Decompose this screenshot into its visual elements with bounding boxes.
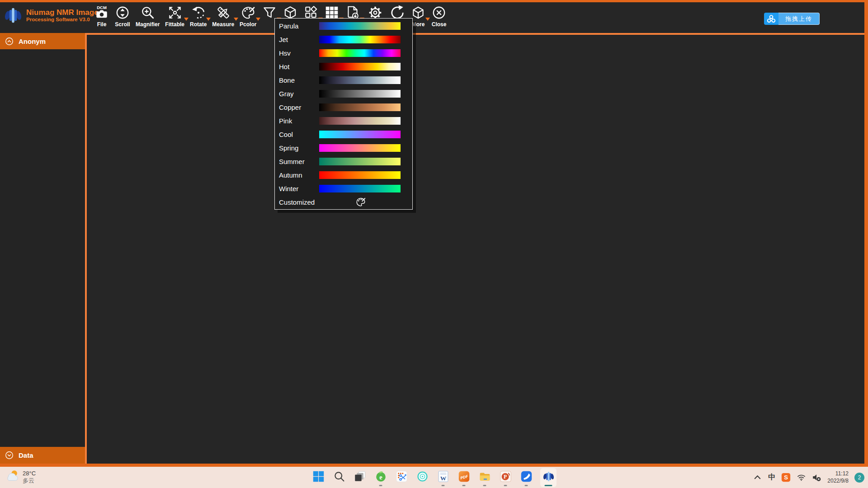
ime-zh-icon[interactable]: 中: [768, 473, 775, 482]
pdf-icon: PDF: [458, 470, 470, 484]
toolbar-button-pcolor[interactable]: Pcolor: [237, 5, 259, 33]
running-indicator: [379, 485, 382, 486]
fit-expand-icon: [167, 5, 183, 20]
colormap-item-autumn[interactable]: Autumn: [275, 168, 412, 182]
teal-ring-icon: [416, 470, 429, 484]
toolbar-button-label: Scroll: [115, 21, 130, 28]
colormap-gradient-bar: [319, 49, 401, 57]
taskbar-app-icons: eWPDFP: [311, 467, 557, 488]
colormap-item-winter[interactable]: Winter: [275, 182, 412, 195]
taskbar-app-niumag[interactable]: [540, 468, 557, 487]
weather-condition: 多云: [23, 477, 36, 484]
task-view-icon: [354, 470, 366, 484]
sogou-icon[interactable]: S: [781, 473, 791, 482]
green-browser-icon: e: [375, 470, 387, 484]
toolbar-button-label: Pcolor: [240, 21, 256, 28]
taskbar-app-word[interactable]: W: [436, 468, 450, 487]
taskbar-app-pdf-reader[interactable]: PDF: [457, 468, 471, 487]
wifi-icon[interactable]: [797, 473, 806, 482]
colormap-item-bone[interactable]: Bone: [275, 73, 412, 87]
running-indicator: [504, 485, 507, 486]
taskbar-app-browser[interactable]: e: [374, 468, 387, 487]
colormap-name: Spring: [275, 144, 298, 152]
search-icon: [333, 470, 345, 484]
colormap-item-hsv[interactable]: Hsv: [275, 46, 412, 60]
toolbar-button-close[interactable]: Close: [429, 5, 449, 33]
palette-icon: [241, 5, 256, 20]
colormap-gradient-bar: [319, 144, 401, 152]
colormap-gradient-bar: [319, 63, 401, 70]
brand-text: Niumag NMR Image Processing Software V3.…: [26, 9, 99, 23]
weather-temperature: 28°C: [23, 470, 36, 477]
colormap-item-copper[interactable]: Copper: [275, 100, 412, 114]
colormap-item-hot[interactable]: Hot: [275, 60, 412, 73]
chevron-up-circle-icon: [5, 37, 14, 46]
toolbar-button-rotate[interactable]: Rotate: [187, 5, 209, 33]
toolbar-button-label: More: [412, 21, 425, 28]
dcm-camera-icon: DCM: [94, 5, 109, 20]
colormap-item-parula[interactable]: Parula: [275, 19, 412, 33]
running-indicator: [462, 485, 466, 486]
toolbar: Niumag NMR Image Processing Software V3.…: [0, 2, 864, 33]
volume-muted-icon[interactable]: [812, 473, 821, 482]
svg-text:S: S: [784, 474, 788, 481]
taskbar-app-screenshot-tool[interactable]: [395, 468, 408, 487]
toolbar-button-magnifier[interactable]: Magnifier: [133, 5, 162, 33]
taskbar-app-file-explorer[interactable]: [478, 468, 491, 487]
sidebar-panel-data[interactable]: Data: [0, 447, 85, 464]
toolbar-button-scroll[interactable]: Scroll: [112, 5, 133, 33]
colormap-name: Bone: [275, 76, 295, 84]
toolbar-button-label: Measure: [212, 21, 234, 28]
anonym-panel-label: Anonym: [19, 38, 46, 45]
colormap-item-customized[interactable]: Customized: [275, 195, 412, 209]
colormap-item-spring[interactable]: Spring: [275, 141, 412, 155]
data-panel-label: Data: [19, 451, 33, 459]
colormap-name: Summer: [275, 158, 305, 165]
chevron-down-circle-icon: [5, 450, 14, 460]
taskbar-clock[interactable]: 11:12 2022/9/8: [827, 470, 849, 484]
colormap-item-jet[interactable]: Jet: [275, 33, 412, 46]
weather-text: 28°C 多云: [23, 470, 36, 485]
scroll-icon: [115, 5, 130, 20]
colormap-item-gray[interactable]: Gray: [275, 87, 412, 100]
taskbar-app-start[interactable]: [311, 468, 325, 487]
snip-icon: [396, 470, 408, 484]
chevron-up-icon[interactable]: [753, 473, 762, 482]
taskbar-app-netdisk-app[interactable]: [519, 468, 533, 487]
palette-icon[interactable]: [355, 197, 366, 207]
colormap-item-pink[interactable]: Pink: [275, 114, 412, 127]
toolbar-button-fittable[interactable]: Fittable: [162, 5, 187, 33]
taskbar-app-meeting-app[interactable]: [415, 468, 429, 487]
colormap-name: Hsv: [275, 49, 291, 57]
taskbar-app-powerpoint[interactable]: P: [499, 468, 512, 487]
folder-icon: [479, 470, 491, 484]
powerpoint-icon: P: [500, 470, 512, 484]
taskbar-weather-widget[interactable]: 28°C 多云: [5, 469, 36, 486]
netdisk-icon: [764, 13, 778, 25]
clock-time: 11:12: [827, 470, 849, 478]
partly-cloudy-icon: [5, 469, 20, 486]
main-canvas[interactable]: [87, 33, 864, 464]
sidebar: Anonym Data: [0, 33, 85, 464]
taskbar-app-task-view[interactable]: [353, 468, 367, 487]
colormap-dropdown-menu: ParulaJetHsvHotBoneGrayCopperPinkCoolSpr…: [274, 18, 413, 210]
taskbar-app-search[interactable]: [332, 468, 346, 487]
app-subtitle: Processing Software V3.0: [26, 17, 99, 22]
colormap-name: Parula: [275, 22, 298, 30]
app-title: Niumag NMR Image: [26, 9, 99, 17]
colormap-item-summer[interactable]: Summer: [275, 155, 412, 168]
svg-text:P: P: [504, 474, 507, 480]
svg-text:DCM: DCM: [97, 5, 107, 10]
taskbar: 28°C 多云 eWPDFP 中 S 11:12 2022/9/8 2: [0, 467, 868, 488]
sidebar-panel-anonym[interactable]: Anonym: [0, 33, 85, 49]
notification-badge[interactable]: 2: [854, 473, 864, 483]
colormap-item-cool[interactable]: Cool: [275, 127, 412, 141]
drag-upload-button[interactable]: 拖拽上传: [764, 13, 820, 25]
colormap-name: Pink: [275, 117, 292, 125]
colormap-gradient-bar: [319, 22, 401, 30]
toolbar-button-file[interactable]: DCMFile: [91, 5, 112, 33]
toolbar-button-label: Close: [432, 21, 447, 28]
app-window: Niumag NMR Image Processing Software V3.…: [0, 0, 868, 467]
toolbar-button-measure[interactable]: Measure: [209, 5, 237, 33]
blue-wing-icon: [520, 470, 533, 484]
